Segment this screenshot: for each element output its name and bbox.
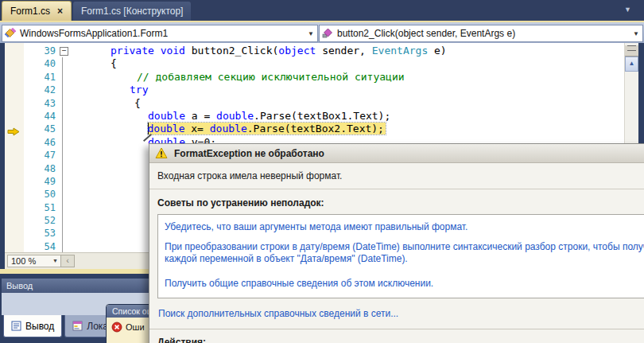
search-online-link[interactable]: Поиск дополнительных справочных сведений… [158,308,644,319]
zoom-level-value: 100 % [11,256,36,266]
outline-margin [57,162,72,175]
chevron-down-icon: ▼ [52,255,58,267]
editor-navigation-bar: WindowsFormsApplication1.Form1 ▼ button2… [0,22,644,43]
outline-margin: – [57,45,72,57]
code-line[interactable]: 44double a = double.Parse(textBox1.Text)… [5,110,625,123]
troubleshooting-tips-box: Убедитесь, что ваши аргументы метода име… [157,214,644,298]
line-number: 52 [5,214,57,227]
vs-ide-window: Form1.cs × Form1.cs [Конструктор] ▼ Wind… [0,0,644,343]
line-number: 50 [5,188,57,201]
chevron-down-icon: ▼ [308,30,314,37]
outline-margin [57,123,72,135]
output-icon [11,321,21,331]
outline-margin [57,201,72,214]
troubleshooting-tip-link[interactable]: Получить общие справочные сведения об эт… [165,278,644,290]
outline-scope-line [62,57,63,254]
exception-assistant-popup: FormatException не обработано Входная ст… [149,143,644,343]
exception-message: Входная строка имела неверный формат. [149,163,644,189]
tab-label: Form1.cs [10,6,50,17]
current-statement-arrow-icon [7,125,20,139]
troubleshooting-tip-link[interactable]: При преобразовании строки в дату/время (… [165,241,644,265]
outline-margin [57,84,72,96]
line-number: 51 [5,201,57,214]
line-number: 54 [5,240,57,253]
scroll-up-icon[interactable]: ▲ [625,57,638,72]
outline-margin [57,71,72,84]
method-dropdown[interactable]: button2_Click(object sender, EventArgs e… [319,25,643,42]
line-number: 42 [5,84,57,96]
error-list-title: Список ош [112,306,153,316]
outline-margin [57,214,72,227]
scroll-left-icon[interactable]: ‹ [60,255,75,267]
code-line[interactable]: 40{ [5,57,625,70]
exception-popup-body: Советы по устранению неполадок: Убедитес… [149,189,644,343]
splitter-grip-icon[interactable] [625,45,638,57]
tab-list-dropdown-icon[interactable]: ▼ [624,6,631,14]
class-dropdown[interactable]: WindowsFormsApplication1.Form1 ▼ [2,25,318,42]
outline-margin [57,110,72,123]
tab-form1-cs[interactable]: Form1.cs × [2,1,72,21]
outline-margin [57,227,72,240]
tips-heading: Советы по устранению неполадок: [157,197,644,209]
actions-heading: Действия: [157,337,644,343]
outline-margin [57,175,72,188]
exception-popup-title: FormatException не обработано [174,148,324,159]
method-icon [322,28,333,39]
zoom-level-dropdown[interactable]: 100 % ▼ [7,255,61,267]
class-icon [5,28,16,39]
method-dropdown-value: button2_Click(object sender, EventArgs e… [337,28,515,39]
error-count-label: Оши [126,322,145,332]
document-tab-strip: Form1.cs × Form1.cs [Конструктор] ▼ [0,0,644,21]
line-number: 41 [5,71,57,84]
tab-output[interactable]: Вывод [3,315,62,337]
locals-icon [72,321,83,331]
code-line[interactable]: 41// добавляем секцию исключительной сит… [5,71,625,84]
warning-icon [155,147,168,159]
code-line[interactable]: 39–private void button2_Click(object sen… [5,45,625,57]
code-line[interactable]: 43{ [5,97,625,110]
fold-toggle-icon[interactable]: – [60,47,68,56]
code-line[interactable]: 45double x= double.Parse(textBox2.Text); [5,123,625,135]
line-number: 43 [5,97,57,110]
output-panel-title: Вывод [6,281,33,290]
tab-label: Вывод [25,321,54,332]
outline-margin [57,97,72,110]
line-number: 53 [5,227,57,240]
outline-margin [57,240,72,253]
line-number: 49 [5,175,57,188]
tab-form1-cs-designer[interactable]: Form1.cs [Конструктор] [73,2,191,21]
close-icon[interactable]: × [57,7,63,15]
troubleshooting-tip-link[interactable]: Убедитесь, что ваши аргументы метода име… [165,221,644,233]
chevron-down-icon: ▼ [633,30,639,37]
line-number: 40 [5,57,57,70]
line-number: 44 [5,110,57,123]
exception-popup-header: FormatException не обработано [149,144,644,163]
outline-margin [57,57,72,70]
current-statement-highlight: double x= double.Parse(textBox2.Text); [148,123,386,134]
line-number: 48 [5,162,57,175]
tab-label: Form1.cs [Конструктор] [81,6,183,17]
class-dropdown-value: WindowsFormsApplication1.Form1 [20,28,168,39]
outline-margin [57,136,72,149]
code-line[interactable]: 42try [5,84,625,96]
divider [149,329,644,329]
outline-margin [57,149,72,162]
outline-margin [57,188,72,201]
error-icon [111,322,122,333]
line-number: 47 [5,149,57,162]
line-number: 39 [5,45,57,57]
